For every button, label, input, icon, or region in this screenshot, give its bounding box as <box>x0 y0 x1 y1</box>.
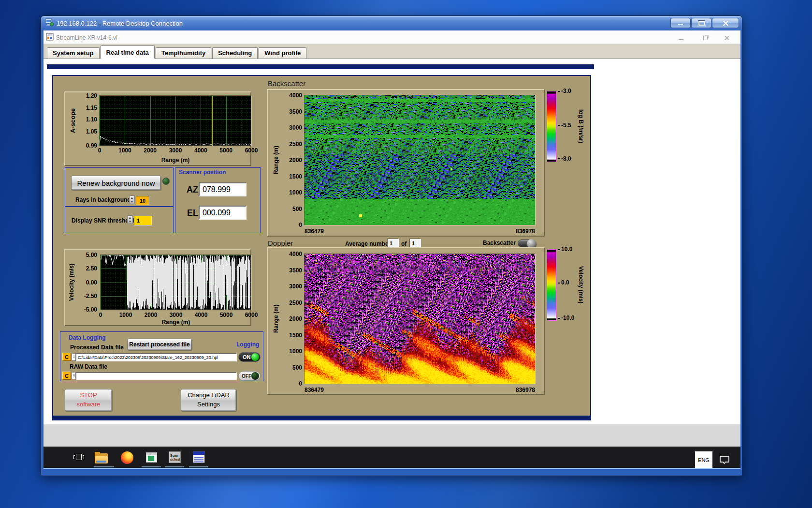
backscatter-colorbar-label: log B (/m/sr) <box>578 91 584 162</box>
raw-drive-box[interactable]: C <box>62 372 71 380</box>
task-view-button[interactable] <box>73 452 84 463</box>
stop-line1: STOP <box>80 391 97 399</box>
snr-label: Display SNR threshold <box>72 217 134 224</box>
az-label: AZ <box>187 185 198 195</box>
tab-real-time-data[interactable]: Real time data <box>101 45 155 59</box>
blue-app-icon <box>193 451 205 463</box>
backscatter-ylabel: Range (m) <box>273 95 279 225</box>
app-minimize-icon <box>679 39 683 40</box>
stop-software-button[interactable]: STOP software <box>65 389 112 411</box>
tab-system-setup[interactable]: System setup <box>47 47 100 59</box>
minimize-button[interactable] <box>670 18 691 28</box>
raw-logging-toggle[interactable]: OFF <box>238 371 261 381</box>
backscatter-toggle[interactable] <box>518 239 536 247</box>
rdp-icon <box>45 18 54 29</box>
main-panel: A-scope 1.201.151.101.050.99 01000200030… <box>52 75 591 420</box>
processed-drive-box[interactable]: C <box>62 353 71 361</box>
rdp-window: 192.168.0.122 - Remote Desktop Connectio… <box>41 15 742 476</box>
average-total-field[interactable]: 1 <box>409 239 421 248</box>
data-logging-title: Data Logging <box>69 334 106 341</box>
processed-logging-toggle[interactable]: ON <box>238 352 261 362</box>
scan-sched-button[interactable]: Scan sched <box>169 451 181 463</box>
backscatter-plot <box>304 95 536 225</box>
snr-spinner[interactable]: ▲▼ <box>127 215 133 224</box>
ascope-graph: A-scope 1.201.151.101.050.99 01000200030… <box>64 91 251 166</box>
maximize-button[interactable] <box>691 18 711 28</box>
rays-spinner[interactable]: ▲▼ <box>129 195 135 204</box>
tab-temp-humidity[interactable]: Temp/humidity <box>156 47 211 59</box>
ascope-yticks: 1.201.151.101.050.99 <box>79 96 98 146</box>
file-explorer-button[interactable] <box>95 453 108 463</box>
decoration-band <box>47 64 594 69</box>
task-view-icon <box>73 452 84 463</box>
velocity-canvas <box>101 255 251 310</box>
processed-file-label: Processed Data file <box>70 344 124 351</box>
processed-path-field[interactable]: C:\Lidar\Data\Proc\2023\202309\20230909\… <box>75 353 237 361</box>
off-knob-icon <box>251 372 259 380</box>
desktop: 192.168.0.122 - Remote Desktop Connectio… <box>0 0 812 508</box>
renew-led-icon <box>162 178 170 185</box>
ascope-ylabel: A-scope <box>69 96 76 146</box>
doppler-ylabel: Range (m) <box>273 254 279 384</box>
firefox-button[interactable] <box>121 451 133 464</box>
on-knob-icon <box>251 353 259 361</box>
scan-icon-line1: Scan <box>170 454 178 457</box>
change-line1: Change LiDAR <box>188 391 230 399</box>
close-button[interactable] <box>712 18 739 28</box>
app-close-button[interactable] <box>719 31 734 44</box>
el-field[interactable]: 000.099 <box>199 206 246 220</box>
doppler-plot <box>304 254 536 384</box>
file-explorer-icon <box>95 453 108 463</box>
ascope-xlabel: Range (m) <box>100 157 251 164</box>
backscatter-xlabels: 836479 836978 <box>304 228 535 235</box>
doppler-colorbar <box>547 249 556 321</box>
renew-background-button[interactable]: Renew background now <box>71 176 161 190</box>
restart-processed-button[interactable]: Restart processed file <box>127 339 192 350</box>
app-minimize-button[interactable] <box>674 31 688 44</box>
backscatter-x-end: 836978 <box>516 228 535 235</box>
off-label: OFF <box>242 374 251 379</box>
raw-path-field[interactable] <box>75 372 237 380</box>
backscatter-graph: Range (m) 400035003000250020001500100050… <box>267 89 545 237</box>
snr-value[interactable]: 1 <box>134 216 152 225</box>
explorer-active-indicator <box>94 466 114 467</box>
velocity-xlabel: Range (m) <box>101 319 251 326</box>
app-restore-button[interactable] <box>698 31 712 44</box>
app-window-button[interactable] <box>146 452 157 463</box>
vi-icon <box>46 33 54 43</box>
vi-front-panel: A-scope 1.201.151.101.050.99 01000200030… <box>44 59 740 424</box>
doppler-x-start: 836479 <box>304 387 324 393</box>
average-number-label: Average number <box>345 240 391 247</box>
close-icon <box>722 20 729 27</box>
maximize-icon <box>698 21 705 26</box>
velocity-plot <box>100 254 252 310</box>
az-field[interactable]: 078.999 <box>199 182 246 196</box>
scan-sched-icon: Scan sched <box>169 451 181 463</box>
backscatter-canvas <box>304 95 535 225</box>
app-titlebar[interactable]: StreamLine XR v14-6.vi <box>44 31 740 44</box>
taskbar: Scan sched ENG <box>44 447 740 469</box>
snr-group: Display SNR threshold ▲▼ 1 <box>65 207 174 233</box>
minimize-icon <box>678 24 683 25</box>
app-close-icon <box>724 35 729 41</box>
app-restore-icon <box>703 36 708 40</box>
language-indicator[interactable]: ENG <box>695 451 712 468</box>
tab-wind-profile[interactable]: Wind profile <box>259 47 306 59</box>
firefox-icon <box>121 451 133 464</box>
change-lidar-settings-button[interactable]: Change LiDAR Settings <box>181 389 236 411</box>
velocity-ylabel: Velocity (m/s) <box>68 255 75 310</box>
ascope-canvas <box>100 96 251 146</box>
tab-scheduling[interactable]: Scheduling <box>212 47 258 59</box>
average-number-field[interactable]: 1 <box>387 239 399 248</box>
rdp-titlebar[interactable]: 192.168.0.122 - Remote Desktop Connectio… <box>41 16 742 30</box>
remote-session: StreamLine XR v14-6.vi System setup Real… <box>44 30 740 469</box>
velocity-graph: Velocity (m/s) 5.002.500.00-2.50-5.00 01… <box>64 249 251 326</box>
doppler-title: Doppler <box>268 239 293 247</box>
blue-app-button[interactable] <box>193 451 205 463</box>
action-center-button[interactable] <box>719 455 730 466</box>
app-active-indicator <box>142 466 161 467</box>
doppler-x-end: 836978 <box>516 387 535 393</box>
blue-app-active-indicator <box>189 466 208 467</box>
app-title: StreamLine XR v14-6.vi <box>56 34 117 41</box>
rays-value[interactable]: 10 <box>136 196 149 205</box>
